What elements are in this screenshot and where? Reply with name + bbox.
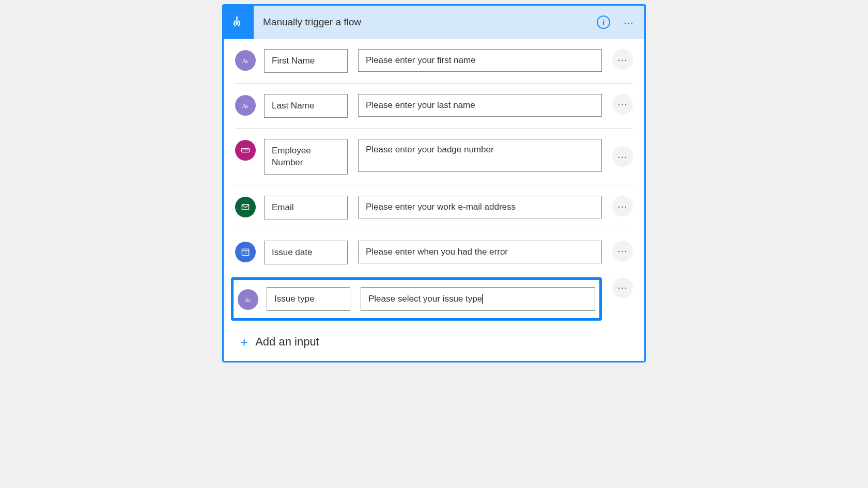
input-menu-button[interactable]: ··· (612, 146, 633, 167)
input-name-field[interactable] (264, 94, 348, 118)
card-header: Manually trigger a flow i ··· (224, 6, 644, 39)
input-row-employee-number: 123 Employee Number ··· (235, 129, 633, 186)
input-name-field[interactable] (264, 241, 348, 264)
plus-icon: + (240, 335, 248, 349)
svg-text:123: 123 (243, 149, 247, 152)
input-row-issue-type: AA Please select your issue type ··· (231, 275, 633, 323)
input-placeholder-field[interactable] (358, 94, 602, 117)
input-row-first-name: AA ··· (235, 39, 633, 84)
input-name-text[interactable]: Employee Number (272, 146, 311, 168)
input-menu-button[interactable]: ··· (612, 49, 633, 70)
input-placeholder-field[interactable] (358, 196, 602, 218)
svg-text:A: A (245, 104, 248, 109)
input-name-text[interactable] (272, 247, 340, 258)
input-menu-button[interactable]: ··· (612, 277, 633, 298)
input-placeholder-text[interactable] (366, 55, 594, 66)
input-placeholder-text[interactable] (366, 202, 594, 212)
input-menu-button[interactable]: ··· (612, 241, 633, 261)
input-row-issue-date: 21 ··· (235, 230, 633, 275)
input-name-field[interactable]: Employee Number (264, 139, 348, 175)
date-type-icon: 21 (235, 242, 256, 262)
highlight-frame: AA Please select your issue type (231, 277, 602, 321)
add-input-button[interactable]: + Add an input (235, 323, 633, 359)
text-type-icon: AA (235, 95, 256, 116)
svg-text:A: A (245, 59, 248, 64)
input-name-text[interactable] (272, 56, 340, 66)
add-input-label: Add an input (255, 335, 319, 349)
input-placeholder-field[interactable] (358, 241, 602, 263)
email-type-icon (235, 197, 256, 217)
text-type-icon: AA (238, 289, 258, 310)
input-name-field[interactable] (264, 49, 348, 73)
input-placeholder-text[interactable] (366, 145, 594, 155)
header-actions: i ··· (597, 13, 638, 32)
svg-text:21: 21 (244, 251, 247, 255)
input-placeholder-text[interactable] (366, 247, 594, 257)
text-type-icon: AA (235, 50, 256, 71)
card-body: AA ··· AA (224, 39, 644, 361)
number-type-icon: 123 (235, 140, 256, 161)
input-placeholder-text[interactable]: Please select your issue type (368, 293, 483, 305)
input-name-field[interactable] (264, 196, 348, 219)
input-name-field[interactable] (267, 287, 350, 311)
input-menu-button[interactable]: ··· (612, 94, 633, 115)
input-placeholder-field[interactable]: Please select your issue type (361, 287, 595, 311)
input-name-text[interactable] (272, 101, 340, 111)
input-placeholder-text[interactable] (366, 100, 594, 111)
input-name-text[interactable] (274, 294, 343, 304)
svg-text:A: A (247, 298, 251, 303)
card-title: Manually trigger a flow (254, 17, 597, 28)
input-row-last-name: AA ··· (235, 84, 633, 129)
input-name-text[interactable] (272, 202, 340, 213)
input-placeholder-field[interactable] (358, 139, 602, 172)
info-icon[interactable]: i (597, 15, 610, 29)
trigger-icon (224, 6, 254, 39)
input-row-email: ··· (235, 185, 633, 230)
card-menu-button[interactable]: ··· (619, 13, 638, 32)
input-placeholder-field[interactable] (358, 49, 602, 72)
svg-point-0 (236, 22, 238, 25)
input-menu-button[interactable]: ··· (612, 196, 633, 216)
trigger-card: Manually trigger a flow i ··· AA ··· (222, 4, 646, 363)
